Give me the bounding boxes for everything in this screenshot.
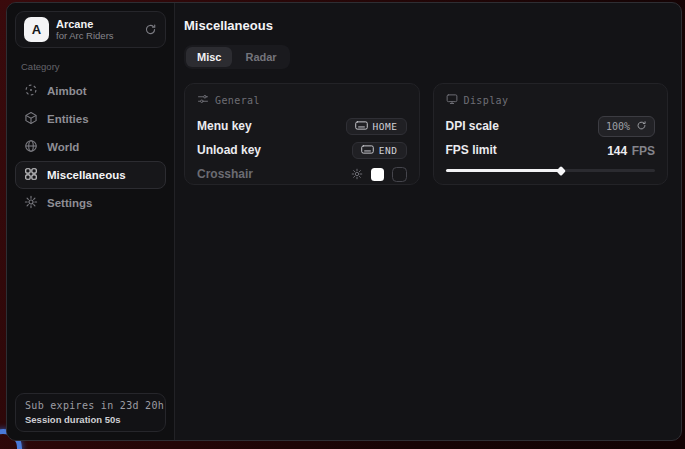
dpi-scale-label: DPI scale xyxy=(446,119,499,133)
category-label: Category xyxy=(21,61,160,72)
menu-key-label: Menu key xyxy=(197,119,252,133)
main-content: Miscellaneous Misc Radar General Menu ke… xyxy=(175,3,681,440)
monitor-icon xyxy=(446,93,458,107)
display-card-header: Display xyxy=(446,93,656,107)
sidebar-item-miscellaneous[interactable]: Miscellaneous xyxy=(15,161,166,189)
fps-limit-unit: FPS xyxy=(632,144,655,158)
unload-key-button[interactable]: END xyxy=(352,142,407,159)
brand-title: Arcane xyxy=(56,18,114,30)
crosshair-controls xyxy=(351,167,407,182)
sliders-icon xyxy=(197,93,209,107)
crosshair-checkbox[interactable] xyxy=(392,167,407,182)
grid-icon xyxy=(24,167,38,183)
cube-icon xyxy=(24,111,38,127)
menu-key-value: HOME xyxy=(373,121,398,132)
sidebar-item-entities[interactable]: Entities xyxy=(15,105,166,133)
gear-icon xyxy=(24,195,38,211)
menu-key-button[interactable]: HOME xyxy=(346,118,407,135)
fps-limit-label: FPS limit xyxy=(446,143,497,157)
page-title: Miscellaneous xyxy=(184,18,668,33)
sidebar-item-label: World xyxy=(47,141,79,153)
dpi-scale-value: 100% xyxy=(606,121,630,132)
keyboard-icon xyxy=(355,121,368,132)
app-window: A Arcane for Arc Riders Category Aim xyxy=(6,2,682,441)
general-card-header: General xyxy=(197,93,407,107)
fps-limit-value-group: 144 FPS xyxy=(607,141,655,159)
keyboard-icon xyxy=(361,145,374,156)
sidebar-item-world[interactable]: World xyxy=(15,133,166,161)
sidebar-nav: Aimbot Entities World xyxy=(15,77,166,217)
fps-slider-fill xyxy=(446,169,561,172)
menu-key-row: Menu key HOME xyxy=(197,114,407,138)
fps-slider-thumb[interactable] xyxy=(556,166,566,176)
sidebar-item-label: Aimbot xyxy=(47,85,87,97)
globe-icon xyxy=(24,139,38,155)
cards-row: General Menu key HOME Unload key xyxy=(184,83,668,185)
dpi-scale-control[interactable]: 100% xyxy=(598,116,655,137)
gear-icon[interactable] xyxy=(351,168,363,180)
sidebar: A Arcane for Arc Riders Category Aim xyxy=(7,3,175,440)
sub-expiry-text: Sub expires in 23d 20h xyxy=(25,400,156,411)
general-card: General Menu key HOME Unload key xyxy=(184,83,420,185)
sidebar-item-label: Settings xyxy=(47,197,92,209)
display-card-title: Display xyxy=(464,95,509,106)
brand-subtitle: for Arc Riders xyxy=(56,30,114,41)
crosshair-row: Crosshair xyxy=(197,162,407,186)
brand-text: Arcane for Arc Riders xyxy=(56,18,114,41)
crosshair-color-swatch[interactable] xyxy=(371,168,384,181)
unload-key-row: Unload key END xyxy=(197,138,407,162)
tab-bar: Misc Radar xyxy=(184,45,290,69)
general-card-title: General xyxy=(215,95,260,106)
tab-radar[interactable]: Radar xyxy=(234,47,287,67)
session-duration-text: Session duration 50s xyxy=(25,414,156,425)
fps-limit-value: 144 xyxy=(607,144,627,158)
refresh-icon[interactable] xyxy=(144,23,157,36)
app-logo-letter: A xyxy=(32,22,41,37)
brand-card: A Arcane for Arc Riders xyxy=(15,11,166,48)
dpi-scale-row: DPI scale 100% xyxy=(446,114,656,138)
tab-misc[interactable]: Misc xyxy=(186,47,232,67)
subscription-card: Sub expires in 23d 20h Session duration … xyxy=(15,393,166,432)
fps-limit-slider[interactable] xyxy=(446,169,656,172)
display-card: Display DPI scale 100% FPS limit xyxy=(433,83,669,185)
crosshair-label: Crosshair xyxy=(197,167,253,181)
fps-limit-row: FPS limit 144 FPS xyxy=(446,138,656,162)
sidebar-item-label: Miscellaneous xyxy=(47,169,126,181)
sidebar-item-settings[interactable]: Settings xyxy=(15,189,166,217)
crosshair-icon xyxy=(24,83,38,99)
sidebar-item-label: Entities xyxy=(47,113,89,125)
app-logo: A xyxy=(24,17,49,42)
refresh-icon[interactable] xyxy=(636,119,647,134)
unload-key-label: Unload key xyxy=(197,143,261,157)
sidebar-item-aimbot[interactable]: Aimbot xyxy=(15,77,166,105)
unload-key-value: END xyxy=(379,145,398,156)
